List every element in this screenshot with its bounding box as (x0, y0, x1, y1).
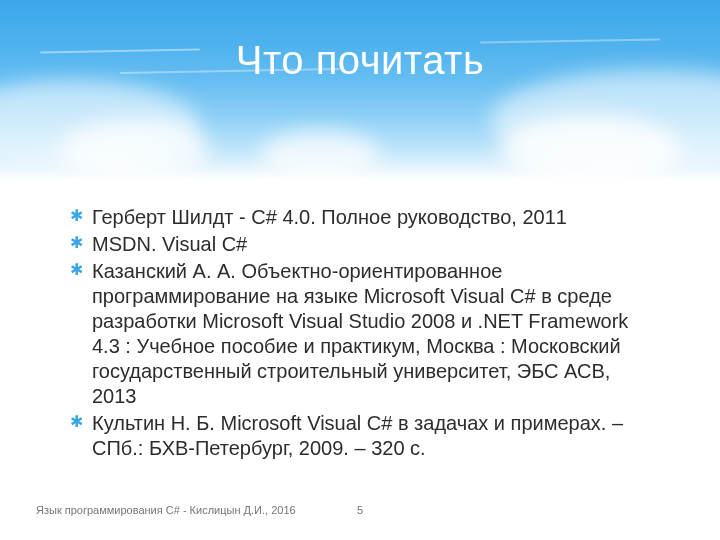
list-item: ✱ MSDN. Visual C# (70, 232, 660, 257)
decorative-cloud (500, 115, 680, 180)
reading-list: ✱ Герберт Шилдт - С# 4.0. Полное руковод… (70, 205, 660, 461)
bullet-icon: ✱ (70, 262, 83, 278)
bullet-icon: ✱ (70, 208, 83, 224)
list-item: ✱ Культин Н. Б. Microsoft Visual C# в за… (70, 411, 660, 461)
slide-title: Что почитать (0, 38, 720, 83)
footer-text: Язык программирования С# - Кислицын Д.И.… (36, 504, 296, 516)
list-item-text: MSDN. Visual C# (92, 233, 247, 255)
decorative-cloud (260, 130, 380, 180)
page-number: 5 (357, 504, 363, 516)
list-item: ✱ Герберт Шилдт - С# 4.0. Полное руковод… (70, 205, 660, 230)
list-item-text: Герберт Шилдт - С# 4.0. Полное руководст… (92, 206, 567, 228)
list-item-text: Казанский А. А. Объектно-ориентированное… (92, 260, 628, 407)
decorative-cloud (60, 120, 210, 180)
bullet-icon: ✱ (70, 235, 83, 251)
bullet-icon: ✱ (70, 414, 83, 430)
list-item: ✱ Казанский А. А. Объектно-ориентированн… (70, 259, 660, 409)
list-item-text: Культин Н. Б. Microsoft Visual C# в зада… (92, 412, 623, 459)
slide-body: ✱ Герберт Шилдт - С# 4.0. Полное руковод… (70, 205, 660, 463)
slide-background-sky (0, 0, 720, 180)
